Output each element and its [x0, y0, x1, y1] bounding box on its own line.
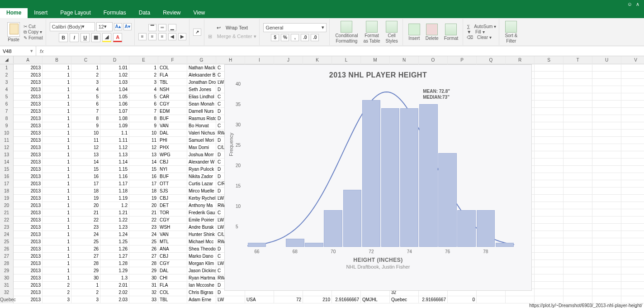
cell[interactable]: 5 [71, 93, 100, 101]
cell[interactable] [592, 195, 621, 202]
cell[interactable]: 2013 [14, 282, 43, 289]
cell[interactable]: Valeri Nichus [187, 130, 216, 137]
row-header[interactable]: 2 [0, 72, 14, 79]
cell[interactable]: 2 [71, 289, 100, 296]
cell[interactable] [535, 289, 564, 296]
cell[interactable]: 19 [71, 195, 100, 202]
cell[interactable]: 25 [71, 238, 100, 245]
cell[interactable] [564, 101, 592, 108]
cell[interactable]: 1 [43, 180, 71, 188]
cell[interactable]: 1 [43, 217, 71, 224]
cell[interactable] [564, 260, 592, 267]
cell[interactable]: 2013 [14, 195, 43, 202]
cell[interactable]: Shea Theodo [187, 245, 216, 253]
cell[interactable]: 1.19 [100, 195, 129, 202]
insert-cells-button[interactable]: Insert [407, 24, 422, 41]
align-middle-button[interactable]: ═ [158, 24, 166, 31]
cell[interactable]: 2 [129, 72, 158, 79]
cell[interactable]: NYI [158, 166, 187, 173]
cell[interactable]: 4 [71, 86, 100, 93]
copy-button[interactable]: ⧉Copy ▾ [24, 29, 43, 35]
row-header[interactable]: 28 [0, 260, 14, 267]
cell[interactable]: 1 [43, 115, 71, 122]
cell[interactable]: 28 [71, 260, 100, 267]
row-header[interactable]: 32 [0, 289, 14, 296]
cell[interactable]: 1.05 [100, 93, 129, 101]
cell[interactable]: 30 [71, 274, 100, 282]
column-header[interactable]: F [158, 56, 187, 64]
cell[interactable] [592, 166, 621, 173]
tab-view[interactable]: View [187, 8, 211, 18]
cell[interactable]: 2013 [14, 159, 43, 166]
cell[interactable] [592, 173, 621, 180]
cell[interactable]: DAL [158, 267, 187, 274]
cell[interactable]: 1.23 [100, 224, 129, 231]
cell[interactable] [621, 260, 644, 267]
cell[interactable]: 25 [129, 238, 158, 245]
cell[interactable] [592, 180, 621, 188]
cell[interactable]: 3 [129, 79, 158, 86]
cell[interactable] [564, 93, 592, 101]
cell[interactable] [592, 224, 621, 231]
cell[interactable] [535, 231, 564, 238]
cell[interactable]: 13 [129, 151, 158, 159]
cell[interactable]: 2013 [14, 108, 43, 115]
cell[interactable]: CBJ [158, 253, 187, 260]
cell[interactable]: 20 [129, 202, 158, 209]
format-cells-button[interactable]: Format [442, 24, 460, 41]
cell[interactable] [621, 180, 644, 188]
cell[interactable] [535, 173, 564, 180]
cell[interactable]: 1.24 [100, 231, 129, 238]
cell[interactable]: 1 [43, 238, 71, 245]
cell[interactable]: 1.21 [100, 209, 129, 217]
cell[interactable]: 1 [43, 130, 71, 137]
cell[interactable]: 1 [43, 64, 71, 72]
cell[interactable]: 16 [129, 173, 158, 180]
cell[interactable]: EDM [158, 108, 187, 115]
cell[interactable] [592, 72, 621, 79]
cell[interactable] [564, 296, 592, 303]
cell[interactable]: 1.01 [100, 64, 129, 72]
cell[interactable] [592, 151, 621, 159]
cell[interactable]: Morgan Klim [187, 260, 216, 267]
cell[interactable]: Curtis Lazar [187, 180, 216, 188]
cell[interactable]: 2013 [14, 130, 43, 137]
cell[interactable]: 9 [71, 122, 100, 130]
column-header[interactable]: B [43, 56, 71, 64]
cell[interactable] [621, 231, 644, 238]
smile-icon[interactable]: ☺ [627, 1, 632, 7]
sort-filter-button[interactable]: Sort &Filter [503, 21, 519, 43]
cell[interactable] [477, 296, 506, 303]
cell[interactable] [621, 289, 644, 296]
tab-review[interactable]: Review [156, 8, 187, 18]
column-header[interactable]: S [535, 56, 564, 64]
cell[interactable] [621, 86, 644, 93]
cell[interactable]: 1 [43, 151, 71, 159]
cell[interactable] [564, 188, 592, 195]
cell[interactable]: 12 [129, 144, 158, 151]
cell[interactable] [592, 79, 621, 86]
cell[interactable] [564, 173, 592, 180]
cell[interactable] [535, 224, 564, 231]
cell[interactable] [564, 195, 592, 202]
cell[interactable] [535, 108, 564, 115]
cell[interactable]: 17 [129, 180, 158, 188]
cell[interactable] [592, 274, 621, 282]
cell[interactable]: 1 [43, 231, 71, 238]
cell[interactable] [592, 130, 621, 137]
cell[interactable] [592, 267, 621, 274]
cell[interactable] [592, 144, 621, 151]
decrease-indent-button[interactable]: ◀ [168, 33, 176, 40]
cell[interactable]: 5 [129, 93, 158, 101]
cell[interactable]: 29 [129, 267, 158, 274]
cell[interactable]: 72 [274, 296, 303, 303]
cell[interactable] [592, 188, 621, 195]
cell[interactable] [564, 166, 592, 173]
cell[interactable]: QMJHL [361, 296, 390, 303]
cell[interactable] [564, 209, 592, 217]
cell[interactable]: 4 [129, 86, 158, 93]
align-top-button[interactable]: ▔ [148, 24, 156, 31]
column-header[interactable]: K [303, 56, 332, 64]
cell[interactable]: 1.3 [100, 274, 129, 282]
cell[interactable]: Rasmus Risto [187, 115, 216, 122]
